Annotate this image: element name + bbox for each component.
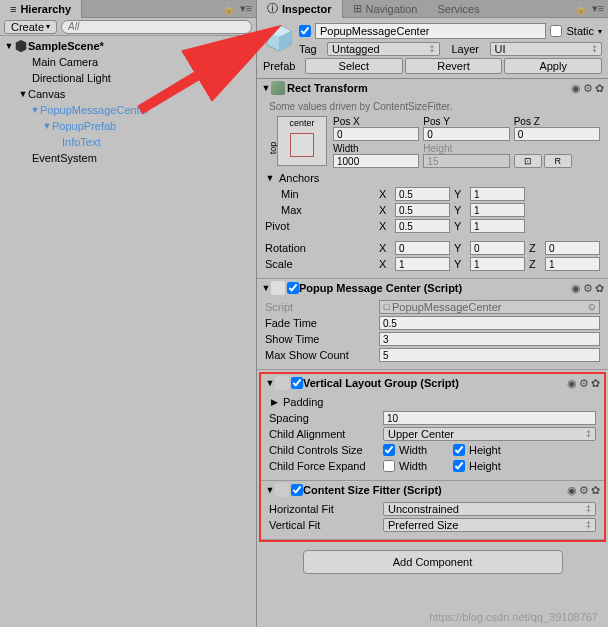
foldout-icon[interactable]: ▼ [265,485,275,495]
svg-marker-0 [16,40,27,52]
help-icon[interactable]: ◉ [567,484,577,497]
name-field[interactable] [315,23,546,39]
menu-icon[interactable]: ▾≡ [592,2,604,15]
tag-dropdown[interactable]: Untagged [327,42,440,56]
preset-icon[interactable]: ⚙ [579,484,589,497]
foldout-icon[interactable]: ▶ [269,397,279,407]
pivot-y[interactable] [470,219,525,233]
tree-item[interactable]: InfoText [0,134,256,150]
width-input[interactable] [333,154,419,168]
prefab-revert-button[interactable]: Revert [405,58,503,74]
anchor-max-x[interactable] [395,203,450,217]
anchor-min-y[interactable] [470,187,525,201]
layout-icon [275,376,289,390]
lock-icon[interactable]: 🔒 [574,2,588,15]
rot-x[interactable] [395,241,450,255]
tree-item-selected[interactable]: ▼PopupMessageCenter [0,102,256,118]
component-enabled-checkbox[interactable] [291,377,303,389]
chevron-down-icon[interactable]: ▾ [598,27,602,36]
tree-item[interactable]: Directional Light [0,70,256,86]
popup-script-component: ▼ Popup Message Center (Script) ◉⚙✿ Scri… [257,279,608,370]
preset-icon[interactable]: ⚙ [583,282,593,295]
component-enabled-checkbox[interactable] [287,282,299,294]
component-enabled-checkbox[interactable] [291,484,303,496]
gear-icon[interactable]: ✿ [591,484,600,497]
foldout-icon[interactable]: ▼ [30,105,40,115]
preset-icon[interactable]: ⚙ [579,377,589,390]
foldout-icon[interactable]: ▼ [261,83,271,93]
layer-label: Layer [452,43,486,55]
rot-z[interactable] [545,241,600,255]
control-height-checkbox[interactable] [453,444,465,456]
pivot-x[interactable] [395,219,450,233]
gear-icon[interactable]: ✿ [595,82,604,95]
posy-input[interactable] [423,127,509,141]
fade-time-input[interactable] [379,316,600,330]
vfit-dropdown[interactable]: Preferred Size [383,518,596,532]
foldout-icon[interactable]: ▼ [261,283,271,293]
navigation-tab[interactable]: ⊞Navigation [343,0,428,17]
static-checkbox[interactable] [550,25,562,37]
raw-button[interactable]: R [544,154,572,168]
anchor-min-x[interactable] [395,187,450,201]
inspector-tab[interactable]: ⓘ Inspector [257,0,343,18]
tree-item[interactable]: ▼PopupPrefab [0,118,256,134]
scene-item[interactable]: ▼ SampleScene* ▾≡ [0,38,256,54]
panel-options[interactable]: 🔒 ▾≡ [574,2,608,15]
lock-icon[interactable]: 🔒 [222,2,236,15]
alignment-dropdown[interactable]: Upper Center [383,427,596,441]
hierarchy-tab[interactable]: ≡ Hierarchy [0,0,82,18]
posz-input[interactable] [514,127,600,141]
gameobject-icon[interactable] [263,22,295,54]
add-component-button[interactable]: Add Component [303,550,563,574]
foldout-icon[interactable]: ▼ [42,121,52,131]
create-button[interactable]: Create ▾ [4,20,57,34]
scale-z[interactable] [545,257,600,271]
tag-label: Tag [299,43,323,55]
help-icon[interactable]: ◉ [571,282,581,295]
rot-y[interactable] [470,241,525,255]
menu-icon[interactable]: ▾≡ [240,2,252,15]
scene-menu-icon[interactable]: ▾≡ [238,40,250,53]
spacing-input[interactable] [383,411,596,425]
static-label: Static [566,25,594,37]
watermark: https://blog.csdn.net/qq_39108767 [429,611,598,623]
foldout-icon[interactable]: ▼ [265,378,275,388]
control-width-checkbox[interactable] [383,444,395,456]
foldout-icon[interactable]: ▼ [4,41,14,51]
expand-width-checkbox[interactable] [383,460,395,472]
layer-dropdown[interactable]: UI [490,42,603,56]
preset-icon[interactable]: ⚙ [583,82,593,95]
prefab-apply-button[interactable]: Apply [504,58,602,74]
tree-item-canvas[interactable]: ▼Canvas [0,86,256,102]
help-icon[interactable]: ◉ [571,82,581,95]
panel-options[interactable]: 🔒 ▾≡ [222,2,256,15]
expand-height-checkbox[interactable] [453,460,465,472]
tree-item[interactable]: Main Camera [0,54,256,70]
help-icon[interactable]: ◉ [567,377,577,390]
scale-y[interactable] [470,257,525,271]
search-input[interactable] [61,20,252,34]
max-show-input[interactable] [379,348,600,362]
script-field[interactable]: PopupMessageCenter [379,300,600,314]
show-time-input[interactable] [379,332,600,346]
active-checkbox[interactable] [299,25,311,37]
prefab-label: Prefab [263,60,303,72]
tree-item[interactable]: EventSystem [0,150,256,166]
vertical-layout-component: ▼ Vertical Layout Group (Script) ◉⚙✿ ▶Pa… [261,374,604,481]
foldout-icon[interactable]: ▼ [18,89,28,99]
hierarchy-toolbar: Create ▾ [0,18,256,36]
blueprint-button[interactable]: ⊡ [514,154,542,168]
info-icon: ⓘ [267,1,278,16]
gameobject-header: Static ▾ Tag Untagged Layer UI Prefab Se… [257,18,608,79]
foldout-icon[interactable]: ▼ [265,173,275,183]
gear-icon[interactable]: ✿ [595,282,604,295]
prefab-select-button[interactable]: Select [305,58,403,74]
posx-input[interactable] [333,127,419,141]
anchor-max-y[interactable] [470,203,525,217]
anchor-preset-button[interactable]: center [277,116,327,166]
hfit-dropdown[interactable]: Unconstrained [383,502,596,516]
services-tab[interactable]: Services [428,1,490,17]
scale-x[interactable] [395,257,450,271]
gear-icon[interactable]: ✿ [591,377,600,390]
